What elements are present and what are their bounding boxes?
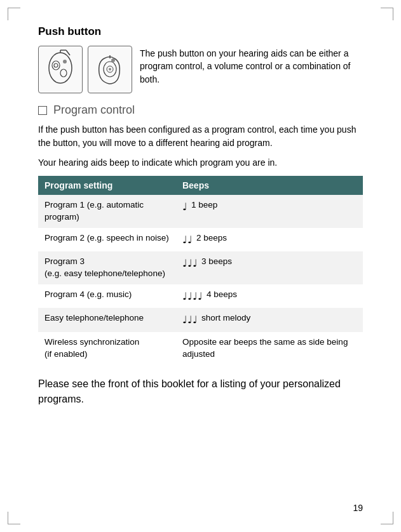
table-header-setting: Program setting <box>38 176 176 195</box>
svg-point-2 <box>54 63 58 67</box>
music-notes: ♩♩♩ <box>182 256 198 270</box>
table-row: Wireless synchronization(if enabled)Oppo… <box>38 332 363 365</box>
table-header-beeps: Beeps <box>176 176 363 195</box>
section-title: Push button <box>38 25 363 38</box>
music-notes: ♩ <box>182 200 187 214</box>
svg-point-1 <box>52 61 60 70</box>
table-row: Program 3(e.g. easy telephone/telephone)… <box>38 251 363 284</box>
table-cell-setting: Wireless synchronization(if enabled) <box>38 332 176 365</box>
program-control-heading: Program control <box>38 103 363 117</box>
table-cell-setting: Program 4 (e.g. music) <box>38 284 176 308</box>
svg-line-6 <box>66 50 70 55</box>
table-cell-beeps: ♩♩♩short melody <box>176 308 363 331</box>
music-notes: ♩♩ <box>182 233 193 247</box>
svg-point-7 <box>63 60 67 63</box>
corner-mark-tr <box>381 8 393 20</box>
body-paragraph-2: Your hearing aids beep to indicate which… <box>38 156 363 170</box>
hearing-aid-images <box>38 46 132 93</box>
table-cell-beeps: ♩♩2 beeps <box>176 228 363 251</box>
checkbox-icon <box>38 106 47 115</box>
beep-label: 2 beeps <box>196 232 227 244</box>
beep-label: short melody <box>201 312 250 324</box>
music-notes: ♩♩♩ <box>182 313 198 327</box>
push-button-row: The push button on your hearing aids can… <box>38 46 363 93</box>
table-cell-setting: Program 1 (e.g. automatic program) <box>38 195 176 228</box>
beep-label: 4 beeps <box>207 289 237 301</box>
table-cell-beeps: ♩1 beep <box>176 195 363 228</box>
table-row: Program 4 (e.g. music)♩♩♩♩4 beeps <box>38 284 363 308</box>
svg-point-3 <box>60 69 67 77</box>
beep-label: 3 beeps <box>201 256 232 268</box>
beep-label: 1 beep <box>191 199 217 211</box>
table-row: Program 1 (e.g. automatic program)♩1 bee… <box>38 195 363 228</box>
footer-text: Please see the front of this booklet for… <box>38 376 363 407</box>
table-row: Easy telephone/telephone♩♩♩short melody <box>38 308 363 331</box>
table-cell-setting: Easy telephone/telephone <box>38 308 176 331</box>
svg-point-12 <box>111 58 115 62</box>
table-cell-beeps: ♩♩♩3 beeps <box>176 251 363 284</box>
body-paragraph-1: If the push button has been configured a… <box>38 123 363 150</box>
corner-mark-tl <box>8 8 20 20</box>
hearing-aid-image-1 <box>38 46 83 93</box>
hearing-aid-image-2 <box>88 46 132 93</box>
table-cell-setting: Program 2 (e.g. speech in noise) <box>38 228 176 251</box>
program-control-label: Program control <box>53 103 135 117</box>
table-cell-beeps: Opposite ear beeps the same as side bein… <box>176 332 363 365</box>
push-button-description: The push button on your hearing aids can… <box>140 46 363 86</box>
page-number: 19 <box>353 503 363 513</box>
table-cell-beeps: ♩♩♩♩4 beeps <box>176 284 363 308</box>
corner-mark-bl <box>8 512 20 524</box>
corner-mark-br <box>381 512 393 524</box>
table-cell-setting: Program 3(e.g. easy telephone/telephone) <box>38 251 176 284</box>
music-notes: ♩♩♩♩ <box>182 289 203 303</box>
table-row: Program 2 (e.g. speech in noise)♩♩2 beep… <box>38 228 363 251</box>
program-table: Program setting Beeps Program 1 (e.g. au… <box>38 176 363 365</box>
svg-point-10 <box>109 68 111 70</box>
